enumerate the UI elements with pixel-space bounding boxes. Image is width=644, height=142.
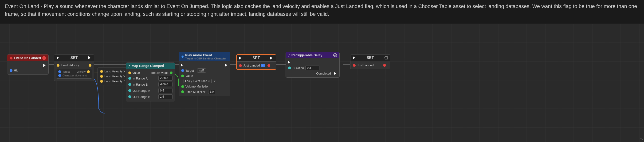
set1-node: SET Land Velocity Target Velocity Chara: [54, 54, 94, 81]
map-range-title: Map Range Clamped: [132, 64, 164, 68]
set2-header: SET: [237, 55, 276, 61]
target-label: Target: [62, 70, 70, 73]
map-in-b-input[interactable]: [158, 82, 172, 87]
set3-exec-in: [353, 56, 356, 59]
set1-exec-in: [57, 56, 60, 59]
retrigger-duration-label: Duration: [292, 66, 304, 70]
set2-body: Just Landed ✓: [237, 61, 276, 69]
blueprint-canvas[interactable]: ◆ Event On Landed Hit SET Land Velocity: [0, 24, 644, 142]
map-value-pin: [128, 72, 131, 74]
retrigger-delay-title: Retriggerable Delay: [292, 53, 322, 57]
set2-title: SET: [244, 56, 269, 60]
set3-body: Just Landed: [350, 61, 390, 69]
hit-row: Hit: [7, 68, 48, 73]
hit-pin: [10, 69, 12, 72]
foley-tag: Foley Event Land ✕: [184, 79, 212, 83]
land-vel-y-pin-in: [100, 75, 103, 78]
play-audio-exec-row: [179, 62, 230, 68]
retrigger-completed-exec: [334, 72, 337, 75]
set1-body: Land Velocity Target Velocity Character …: [54, 61, 94, 81]
foley-label: Foley Event Land: [185, 80, 207, 83]
set3-just-landed-checkbox[interactable]: [377, 64, 380, 67]
play-audio-body: Target self Value Foley Event Land ✕ ▾ V…: [179, 61, 230, 96]
land-velocity-label: Land Velocity: [61, 63, 79, 67]
event-on-landed-title: Event On Landed: [14, 56, 41, 60]
event-on-landed-header: ◆ Event On Landed: [7, 54, 48, 61]
land-vel-y-label: Land Velocity Y: [104, 75, 125, 78]
event-on-landed-body: Hit: [7, 61, 48, 74]
set2-just-landed-pin-out: [268, 64, 270, 67]
map-in-a-input[interactable]: [158, 76, 172, 81]
map-range-body: Value Return Value In Range A In Range B: [126, 69, 175, 101]
retrigger-duration-input[interactable]: [305, 65, 320, 70]
set3-node: SET Just Landed: [350, 54, 390, 69]
set2-just-landed-checkbox[interactable]: ✓: [261, 64, 265, 67]
play-pitch-pin: [181, 90, 184, 93]
char-movement-row: Character Movement: [57, 74, 91, 77]
map-in-a-label: In Range A: [132, 77, 148, 80]
map-in-b-pin: [128, 83, 131, 86]
resize-handle[interactable]: ⤡: [640, 136, 643, 141]
set2-just-landed-pin-in: [239, 64, 242, 67]
char-movement-label: Character Movement: [62, 74, 87, 77]
retrigger-duration-pin: [288, 66, 291, 69]
set2-exec-in: [239, 56, 242, 60]
play-volume-pin: [181, 85, 184, 88]
foley-x-button[interactable]: ✕: [208, 80, 210, 83]
map-range-node: ƒ Map Range Clamped Value Return Value I…: [126, 62, 175, 101]
land-velocity-in-pin: [57, 64, 60, 67]
target-velocity-label-row: Target Velocity: [57, 70, 91, 74]
map-value-row: Value Return Value: [126, 70, 175, 75]
play-target-pin: [181, 69, 184, 72]
play-audio-node: ◆ Play Audio Event Target is CBP Sandbox…: [179, 52, 230, 96]
set2-just-landed-row: Just Landed ✓: [237, 63, 276, 68]
description-text: Event On Land - Play a sound whenever th…: [5, 3, 637, 17]
play-pitch-val: 1.0: [208, 90, 216, 94]
retrigger-exec-in: [288, 61, 291, 64]
land-vel-z-pin-in: [100, 80, 103, 83]
event-on-landed-node: ◆ Event On Landed Hit: [7, 54, 49, 75]
map-out-b-row: Out Range B: [126, 94, 175, 100]
set2-just-landed-label: Just Landed: [243, 64, 260, 67]
foley-dropdown-icon[interactable]: ▾: [214, 79, 216, 83]
velocity-label: Velocity: [76, 70, 86, 73]
retrigger-duration-row: Duration: [286, 65, 340, 71]
set3-just-landed-pin-out: [383, 64, 386, 67]
play-target-row: Target self: [179, 68, 230, 73]
map-out-a-row: Out Range A: [126, 88, 175, 94]
land-velocity-out-pin: [88, 64, 92, 67]
retrigger-delay-header: ƒ Retriggerable Delay ⏱: [286, 52, 340, 58]
connections-layer: [0, 24, 644, 142]
play-target-self: self: [197, 68, 206, 73]
clock-icon: ⏱: [333, 53, 337, 57]
retrigger-completed-row: Completed: [286, 71, 340, 76]
map-out-a-pin: [128, 89, 131, 92]
set3-just-landed-row: Just Landed: [350, 63, 390, 68]
play-audio-subtitle: Target is CBP Sandbox Character: [185, 57, 226, 60]
set2-node: SET Just Landed ✓: [236, 54, 276, 70]
set2-exec-out: [270, 56, 273, 60]
map-in-a-pin: [128, 77, 131, 80]
map-in-b-row: In Range B: [126, 81, 175, 88]
play-value-row: Value: [179, 73, 230, 78]
set3-just-landed-pin-in: [353, 64, 356, 67]
map-out-a-input[interactable]: [158, 88, 172, 93]
play-audio-title: Play Audio Event: [185, 53, 226, 57]
retrigger-exec-row: [286, 60, 340, 65]
map-out-b-label: Out Range B: [132, 95, 150, 99]
land-vel-z-label: Land Velocity Z: [104, 80, 125, 83]
set3-just-landed-label: Just Landed: [357, 63, 374, 67]
play-volume-label: Volume Multiplier: [186, 85, 209, 88]
land-vel-x-label: Land Velocity X: [104, 69, 126, 73]
set1-exec-out: [88, 56, 92, 59]
exec-out-pin: [43, 64, 46, 67]
play-pitch-label: Pitch Multiplier: [186, 90, 206, 94]
land-vel-x-pin-in: [100, 70, 103, 73]
map-out-b-input[interactable]: [158, 94, 172, 99]
set3-exec-out: [384, 56, 388, 59]
play-audio-header: ◆ Play Audio Event Target is CBP Sandbox…: [179, 52, 230, 61]
play-pitch-row: Pitch Multiplier 1.0: [179, 89, 230, 95]
set3-title: SET: [358, 56, 383, 60]
target-pin-in: [58, 70, 61, 73]
set1-title: SET: [61, 56, 87, 60]
